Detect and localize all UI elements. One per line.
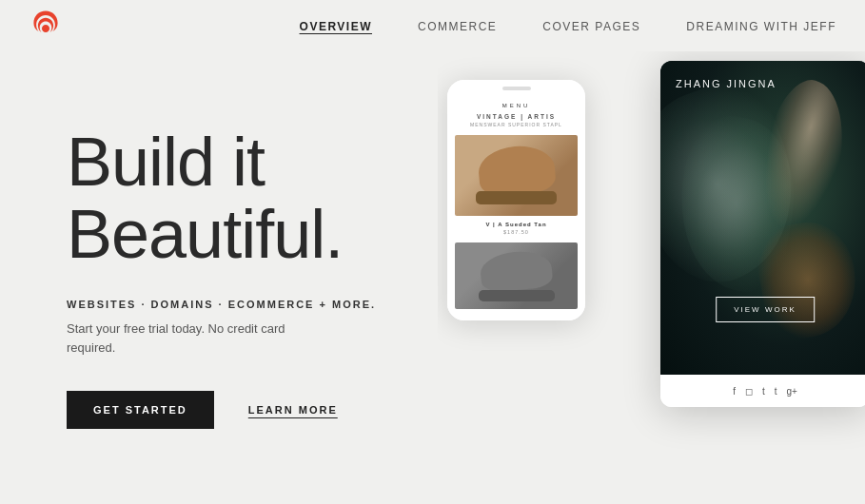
phone-brand: VINTAGE | ARTIS (455, 113, 578, 120)
googleplus-icon[interactable]: g+ (786, 386, 796, 397)
hero-left: Build it Beautiful. WEBSITES · DOMAINS ·… (0, 51, 438, 504)
nav-links: OVERVIEW COMMERCE COVER PAGES DREAMING W… (300, 17, 836, 34)
photographer-name: ZHANG JINGNA (676, 78, 777, 89)
facebook-icon[interactable]: f (733, 386, 736, 397)
learn-more-button[interactable]: LEARN MORE (248, 404, 338, 416)
shoe-sole-bottom (479, 290, 555, 301)
hero-headline: Build it Beautiful. (67, 126, 438, 270)
nav-item-overview[interactable]: OVERVIEW (300, 17, 372, 34)
navbar: OVERVIEW COMMERCE COVER PAGES DREAMING W… (0, 0, 865, 51)
hero-right: MENU VINTAGE | ARTIS MENSWEAR SUPERIOR S… (438, 51, 865, 504)
nav-item-commerce[interactable]: COMMERCE (418, 17, 497, 34)
shoe-sole-top (476, 191, 557, 204)
phone-top-bar (447, 80, 585, 97)
tablet-mockup: ZHANG JINGNA VIEW WORK f ◻ t t g+ (660, 61, 865, 407)
shoe-shape-bottom (479, 249, 553, 293)
shoe-shape-top (476, 144, 556, 198)
view-work-button[interactable]: VIEW WORK (716, 297, 815, 322)
phone-product-image-1 (455, 135, 578, 216)
phone-product-image-2 (455, 242, 578, 309)
tablet-bottom-bar: f ◻ t t g+ (660, 375, 865, 407)
phone-product-price-1: $187.50 (455, 229, 578, 235)
get-started-button[interactable]: GET STARTED (67, 391, 214, 429)
hero-buttons: GET STARTED LEARN MORE (67, 391, 438, 429)
hero-services: WEBSITES · DOMAINS · ECOMMERCE + MORE. (67, 299, 438, 310)
hero-section: Build it Beautiful. WEBSITES · DOMAINS ·… (0, 51, 865, 504)
phone-speaker (502, 87, 531, 90)
tumblr-icon[interactable]: t (775, 386, 777, 397)
hero-cta-text: Start your free trial today. No credit c… (67, 320, 295, 357)
tablet-screen: ZHANG JINGNA VIEW WORK (660, 61, 865, 375)
phone-product-label-1: V | A Sueded Tan (455, 222, 578, 227)
phone-menu-label: MENU (455, 103, 578, 108)
twitter-icon[interactable]: t (762, 386, 765, 397)
phone-subtitle: MENSWEAR SUPERIOR STAPL (455, 122, 578, 127)
nav-item-dreaming[interactable]: DREAMING WITH JEFF (686, 17, 836, 34)
phone-screen: MENU VINTAGE | ARTIS MENSWEAR SUPERIOR S… (447, 97, 585, 320)
phone-mockup: MENU VINTAGE | ARTIS MENSWEAR SUPERIOR S… (447, 80, 585, 320)
logo[interactable] (29, 8, 65, 44)
nav-item-cover-pages[interactable]: COVER PAGES (542, 17, 640, 34)
instagram-icon[interactable]: ◻ (745, 386, 753, 397)
